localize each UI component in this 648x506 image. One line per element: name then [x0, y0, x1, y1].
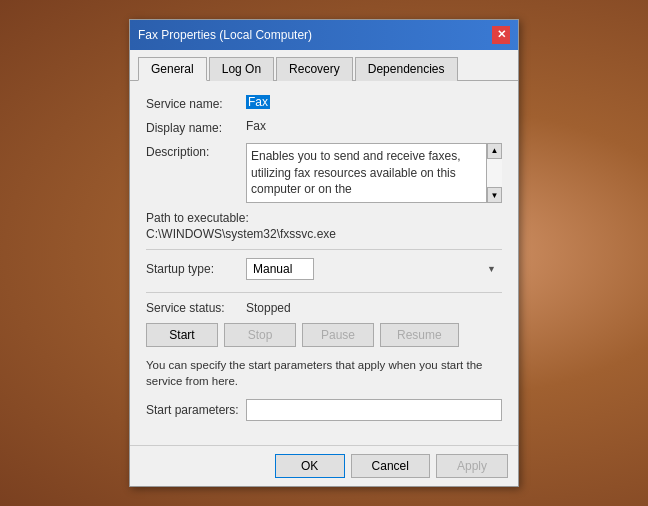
scrollbar: ▲ ▼ [486, 143, 502, 203]
close-button[interactable]: ✕ [492, 26, 510, 44]
dialog-title: Fax Properties (Local Computer) [138, 28, 312, 42]
status-section: Service status: Stopped Start Stop Pause… [146, 301, 502, 347]
service-name-label: Service name: [146, 95, 246, 111]
cancel-button[interactable]: Cancel [351, 454, 430, 478]
service-name-row: Service name: Fax [146, 95, 502, 111]
params-row: Start parameters: [146, 399, 502, 421]
path-section: Path to executable: C:\WINDOWS\system32\… [146, 211, 502, 241]
stop-button[interactable]: Stop [224, 323, 296, 347]
description-text: Enables you to send and receive faxes, u… [251, 149, 460, 197]
path-label: Path to executable: [146, 211, 502, 225]
status-value: Stopped [246, 301, 291, 315]
resume-button[interactable]: Resume [380, 323, 459, 347]
pause-button[interactable]: Pause [302, 323, 374, 347]
description-label: Description: [146, 143, 246, 159]
params-input[interactable] [246, 399, 502, 421]
properties-dialog: Fax Properties (Local Computer) ✕ Genera… [129, 19, 519, 488]
service-button-row: Start Stop Pause Resume [146, 323, 502, 347]
divider-1 [146, 249, 502, 250]
description-area: Enables you to send and receive faxes, u… [246, 143, 502, 203]
params-label: Start parameters: [146, 403, 246, 417]
apply-button[interactable]: Apply [436, 454, 508, 478]
title-bar: Fax Properties (Local Computer) ✕ [130, 20, 518, 50]
info-text: You can specify the start parameters tha… [146, 357, 502, 389]
ok-button[interactable]: OK [275, 454, 345, 478]
description-box: Enables you to send and receive faxes, u… [246, 143, 502, 203]
startup-row: Startup type: Automatic Manual Disabled [146, 258, 502, 280]
description-row: Description: Enables you to send and rec… [146, 143, 502, 203]
tab-logon[interactable]: Log On [209, 57, 274, 81]
status-label: Service status: [146, 301, 246, 315]
bottom-bar: OK Cancel Apply [130, 445, 518, 486]
tab-general[interactable]: General [138, 57, 207, 81]
scroll-down-button[interactable]: ▼ [487, 187, 502, 203]
display-name-value: Fax [246, 119, 266, 133]
display-name-row: Display name: Fax [146, 119, 502, 135]
display-name-label: Display name: [146, 119, 246, 135]
startup-select[interactable]: Automatic Manual Disabled [246, 258, 314, 280]
tab-bar: General Log On Recovery Dependencies [130, 50, 518, 81]
startup-label: Startup type: [146, 262, 246, 276]
scroll-up-button[interactable]: ▲ [487, 143, 502, 159]
startup-select-wrapper: Automatic Manual Disabled [246, 258, 502, 280]
start-button[interactable]: Start [146, 323, 218, 347]
path-value: C:\WINDOWS\system32\fxssvc.exe [146, 227, 502, 241]
tab-recovery[interactable]: Recovery [276, 57, 353, 81]
status-row: Service status: Stopped [146, 301, 502, 315]
service-name-value: Fax [246, 95, 270, 109]
scroll-track [487, 159, 502, 187]
divider-2 [146, 292, 502, 293]
tab-dependencies[interactable]: Dependencies [355, 57, 458, 81]
dialog-content: Service name: Fax Display name: Fax Desc… [130, 81, 518, 446]
